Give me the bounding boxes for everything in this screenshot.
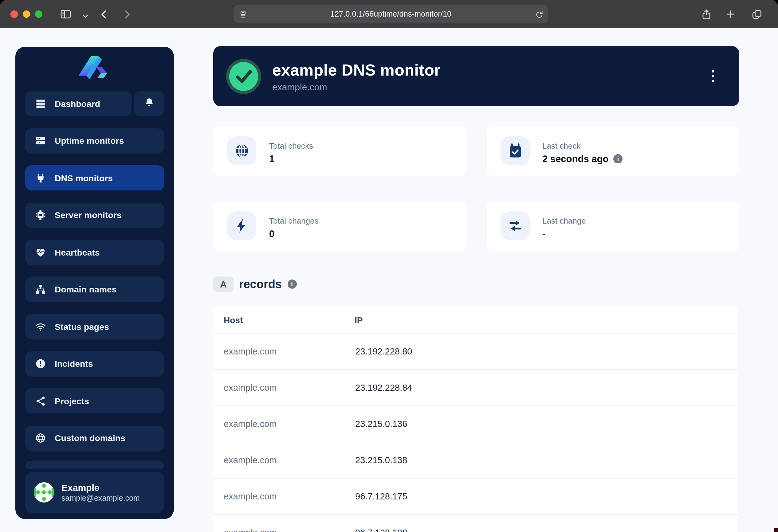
new-tab-button[interactable] <box>724 7 737 21</box>
nodes-icon <box>35 395 46 407</box>
sidebar-nav-row: Incidents <box>25 351 164 376</box>
notifications-button[interactable] <box>134 91 164 116</box>
globe-solid-icon <box>227 137 256 165</box>
stats-grid: Total checks1Last check2 seconds agoiTot… <box>213 126 739 251</box>
info-icon[interactable]: i <box>613 154 623 163</box>
stat-card-last-check: Last check2 seconds agoi <box>486 126 739 176</box>
stat-label: Last check <box>542 141 623 150</box>
cell-ip: 23.215.0.138 <box>355 442 737 478</box>
sidebar-nav-row: Projects <box>25 388 164 414</box>
exchange-icon <box>500 211 529 240</box>
monitor-subtitle: example.com <box>272 81 441 92</box>
sidebar-item-incidents[interactable]: Incidents <box>25 351 164 376</box>
user-name: Example <box>62 482 140 494</box>
kebab-dot <box>712 70 714 73</box>
sidebar-item-uptime-monitors[interactable]: Uptime monitors <box>25 128 164 153</box>
tab-group-chevron-button[interactable] <box>79 9 92 23</box>
sidebar-item-status-pages[interactable]: Status pages <box>25 314 164 339</box>
kebab-dot <box>712 80 714 83</box>
sidebar-nav-row: Server monitors <box>25 202 164 228</box>
sidebar-item-domain-names[interactable]: Domain names <box>25 277 164 302</box>
app-logo <box>25 55 164 85</box>
bell-icon <box>144 97 155 110</box>
stat-value: 1 <box>269 153 275 164</box>
reload-button[interactable] <box>530 9 548 19</box>
sidebar-nav: DashboardUptime monitorsDNS monitorsServ… <box>25 91 164 451</box>
address-bar[interactable]: 127.0.0.1/66uptime/dns-monitor/10 <box>234 5 548 23</box>
cell-host: example.com <box>213 442 355 478</box>
sidebar-item-dns-monitors[interactable]: DNS monitors <box>25 165 164 190</box>
sidebar-nav-row: Uptime monitors <box>25 128 164 153</box>
info-icon[interactable]: i <box>287 279 297 289</box>
cell-ip: 23.215.0.136 <box>355 406 737 442</box>
close-window-button[interactable] <box>10 10 18 18</box>
avatar <box>34 482 54 503</box>
sidebar-item-dashboard[interactable]: Dashboard <box>25 91 132 116</box>
sidebar-item-heartbeats[interactable]: Heartbeats <box>25 240 164 265</box>
browser-toolbar: 127.0.0.1/66uptime/dns-monitor/10 <box>0 0 778 28</box>
page-content: DashboardUptime monitorsDNS monitorsServ… <box>0 28 778 532</box>
sidebar-item-partial[interactable] <box>25 461 164 469</box>
sidebar-item-label: Incidents <box>55 359 93 369</box>
stat-label: Last change <box>542 216 586 225</box>
records-title: records <box>239 277 282 291</box>
sidebar-item-label: Status pages <box>55 322 109 332</box>
sidebar-item-label: Heartbeats <box>55 247 100 257</box>
server-icon <box>35 135 46 146</box>
chip-icon <box>35 209 46 220</box>
sidebar-item-projects[interactable]: Projects <box>25 388 164 414</box>
stat-value: 2 seconds ago <box>542 153 608 164</box>
table-row: example.com96.7.128.175 <box>213 478 737 515</box>
user-card[interactable]: Example sample@example.com <box>25 472 164 513</box>
table-row: example.com23.192.228.80 <box>213 333 737 369</box>
monitor-header-card: example DNS monitor example.com <box>213 46 739 106</box>
sidebar-toggle-button[interactable] <box>59 7 73 21</box>
zoom-window-button[interactable] <box>35 10 43 18</box>
table-row: example.com23.192.228.84 <box>213 369 737 406</box>
stat-label: Total changes <box>269 216 318 225</box>
records-heading: A records i <box>213 276 739 292</box>
plug-icon <box>35 172 46 183</box>
sidebar-nav-row: DNS monitors <box>25 165 164 190</box>
cell-ip: 23.192.228.80 <box>355 333 737 369</box>
share-button[interactable] <box>699 7 713 21</box>
wifi-icon <box>35 321 46 332</box>
heart-pulse-icon <box>35 247 46 258</box>
sidebar-nav-row: Status pages <box>25 314 164 339</box>
alert-icon <box>35 358 46 369</box>
sidebar-item-custom-domains[interactable]: Custom domains <box>25 425 164 451</box>
calendar-check-icon <box>500 137 529 165</box>
tab-overview-button[interactable] <box>750 7 763 21</box>
sidebar-item-label: Dashboard <box>55 99 100 108</box>
main-column: example DNS monitor example.com Total ch… <box>213 46 739 532</box>
sidebar-item-label: Custom domains <box>55 433 125 443</box>
sidebar-item-server-monitors[interactable]: Server monitors <box>25 202 164 228</box>
cell-host: example.com <box>213 333 355 369</box>
back-button[interactable] <box>97 7 110 21</box>
bolt-icon <box>227 211 256 240</box>
kebab-menu-button[interactable] <box>709 66 717 87</box>
cell-host: example.com <box>213 406 355 442</box>
stat-value: 0 <box>269 228 275 239</box>
sidebar-nav-row: Custom domains <box>25 425 164 451</box>
cell-ip: 23.192.228.84 <box>355 369 737 406</box>
stat-card-total-changes: Total changes0 <box>213 201 466 251</box>
app-sidebar: DashboardUptime monitorsDNS monitorsServ… <box>15 47 174 519</box>
minimize-window-button[interactable] <box>23 10 30 18</box>
user-email: sample@example.com <box>62 494 140 503</box>
record-type-badge: A <box>213 276 234 292</box>
cell-host: example.com <box>213 478 355 515</box>
grid-icon <box>35 98 46 109</box>
cell-ip: 96.7.128.175 <box>355 478 737 515</box>
globe-icon <box>35 433 46 444</box>
stat-value: - <box>542 228 545 239</box>
logo-icon <box>78 55 111 85</box>
sidebar-item-label: Domain names <box>55 284 117 294</box>
url-text: 127.0.0.1/66uptime/dns-monitor/10 <box>252 10 530 18</box>
sidebar-item-label: Uptime monitors <box>55 136 124 146</box>
sidebar-item-label: Server monitors <box>55 210 122 220</box>
forward-button[interactable] <box>120 7 133 21</box>
sitemap-icon <box>35 284 46 295</box>
table-row: example.com23.215.0.138 <box>213 442 737 478</box>
page-settings-icon[interactable] <box>234 9 252 19</box>
